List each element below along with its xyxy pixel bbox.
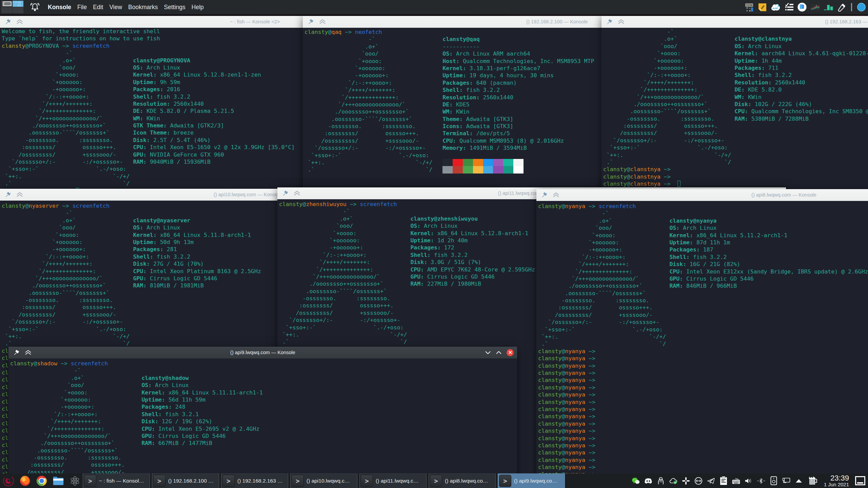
screenfetch-line: `+sso+:-` `.-/+oso: (603, 144, 868, 151)
hoody-user-icon[interactable] (657, 477, 665, 485)
task-button-2[interactable]: >() 192.168.2.100 … (152, 473, 219, 488)
more-down-icon[interactable] (485, 351, 491, 354)
caret-up-icon[interactable] (795, 477, 803, 485)
clipboard-icon[interactable] (719, 477, 728, 485)
virtual-desktop-pager[interactable] (1, 1, 24, 14)
screenfetch-line: -` (603, 28, 868, 35)
konsole-app-icon: > (430, 475, 442, 487)
shell-prompt: clansty@nyanya ~> (538, 449, 868, 456)
terminal-viewport[interactable]: clansty@nyanya ~> screenfetch -` .o+` cl… (536, 201, 868, 481)
pager-desktop-2[interactable] (13, 1, 23, 7)
roll-up-icon[interactable] (16, 19, 23, 24)
pin-window-icon[interactable] (5, 191, 11, 198)
aria2-cloud-icon[interactable]: Aria2 (771, 3, 780, 12)
shell-prompt: clansty@nyanya ~> (538, 362, 868, 369)
screenfetch-line: :osssssss/ osssso+++. (538, 304, 868, 311)
bar-meter-icon[interactable] (824, 3, 833, 12)
window-titlebar[interactable]: () 192.168.2.163 — Konsole (601, 16, 868, 28)
task-button-4[interactable]: >() api10.lwqwq.c… (290, 473, 357, 488)
window-title: () 192.168.2.163 — Konsole (601, 19, 868, 24)
file-manager-icon[interactable] (53, 475, 64, 487)
screenfetch-line: -+oooooo+: Packages: 187 (538, 246, 868, 253)
shell-prompt: clansty@clanstnya ~> (603, 173, 868, 180)
discord-icon[interactable] (644, 477, 652, 485)
screenfetch-line: /ossssssss/ +ssssooo/- (603, 129, 868, 137)
menu-help[interactable]: Help (189, 0, 207, 14)
maximize-icon[interactable] (496, 351, 502, 354)
task-list-icon[interactable] (784, 3, 793, 12)
close-button[interactable] (507, 349, 514, 356)
app-menu-swirl-icon[interactable] (3, 475, 14, 487)
roll-up-icon[interactable] (319, 19, 326, 24)
sticky-note-icon[interactable] (758, 3, 767, 12)
task-button-3[interactable]: >() 192.168.2.163 … (221, 473, 288, 488)
calculator-icon[interactable]: 0+−÷× (745, 3, 754, 12)
roll-up-icon[interactable] (294, 190, 300, 196)
roll-up-icon[interactable] (16, 192, 23, 197)
cloud-sync-icon[interactable] (669, 477, 677, 485)
screenfetch-line: ./ooosssso++osssssso+` RAM: 846MiB / 966… (538, 282, 868, 289)
task-button-1[interactable]: >~ : fish — Konsol… (83, 473, 150, 488)
telegram-icon[interactable] (707, 477, 715, 485)
pager-desktop-1[interactable] (1, 1, 12, 7)
pager-desktop-4[interactable] (13, 7, 23, 13)
terminal-viewport[interactable]: clansty@shadow ~> screenfetch -` .o+` cl… (8, 359, 517, 488)
shell-prompt: clansty@nyanya ~> (538, 355, 868, 362)
screenfetch-line: -+oooooo+: Packages: 248 (10, 403, 517, 410)
pin-window-icon[interactable] (282, 190, 288, 196)
screenfetch-line: .oossssso-````/ossssss+` (10, 447, 517, 454)
system-tray (632, 477, 803, 485)
blue-dot-icon[interactable] (857, 3, 866, 12)
task-button-6[interactable]: >() api8.lwqwq.co… (429, 473, 496, 488)
screenfetch-line: `/++++/+++++++: Disk: 16G / 21G (82%) (538, 261, 868, 268)
window-title: () api9.lwqwq.com — Konsole (8, 350, 517, 355)
svg-text:÷: ÷ (746, 9, 748, 12)
phone-gear-icon[interactable] (770, 477, 778, 485)
screenfetch-line: `/+++ooooooooooooo/` WM: KWin (603, 94, 868, 101)
menu-file[interactable]: File (74, 0, 90, 14)
pin-window-icon[interactable] (308, 19, 314, 25)
notifications-bell-icon[interactable] (30, 2, 40, 12)
atom-app-icon[interactable] (69, 475, 81, 487)
roll-up-icon[interactable] (25, 350, 32, 355)
chrome-icon[interactable] (36, 475, 47, 487)
slack-icon[interactable] (682, 477, 690, 485)
stock-sparkline-icon[interactable] (811, 3, 820, 12)
documents-app-icon[interactable] (797, 3, 807, 12)
roll-up-icon[interactable] (553, 192, 559, 198)
screenfetch-line: `/++++/+++++++: Resolution: 868x488 (603, 79, 868, 86)
menu-settings[interactable]: Settings (161, 0, 189, 14)
circle-resize-icon[interactable] (694, 477, 703, 485)
menu-konsole[interactable]: Konsole (45, 0, 74, 14)
task-button-5[interactable]: >() api11.lwqwq.c… (359, 473, 427, 488)
shell-prompt: clansty@clanstnya ~> (603, 180, 868, 187)
firefox-icon[interactable] (19, 475, 31, 487)
roll-up-icon[interactable] (618, 19, 625, 24)
bluetooth-icon[interactable] (757, 477, 765, 485)
pager-desktop-3[interactable] (1, 7, 12, 13)
window-titlebar[interactable]: () api9.lwqwq.com — Konsole (8, 347, 517, 359)
beer-mug-icon[interactable] (808, 475, 818, 486)
pin-window-icon[interactable] (541, 192, 547, 198)
screenfetch-line: `/++++/+++++++: Disk: 12G / 19G (62%) (10, 418, 517, 425)
taskbar-launchers (3, 475, 83, 487)
wechat-icon[interactable] (632, 477, 640, 485)
pin-window-icon[interactable] (13, 349, 19, 355)
clock-date: 1 Jun 2021 (824, 482, 849, 487)
task-button-7[interactable]: >() api9.lwqwq.co… (498, 473, 565, 488)
color-picker-icon[interactable] (837, 3, 846, 12)
show-desktop-button[interactable] (855, 476, 865, 485)
digital-clock[interactable]: 23:39 1 Jun 2021 (824, 474, 849, 487)
task-button-label: () api8.lwqwq.co… (445, 478, 488, 484)
volume-icon[interactable] (745, 477, 753, 485)
pin-window-icon[interactable] (606, 19, 612, 25)
menu-view[interactable]: View (106, 0, 125, 14)
shell-prompt: clansty@nyanya ~> (538, 399, 868, 406)
pin-window-icon[interactable] (5, 19, 11, 25)
window-titlebar[interactable]: () api8.lwqwq.com — Konsole (536, 189, 868, 201)
menu-edit[interactable]: Edit (90, 0, 106, 14)
screen-connect-icon[interactable] (782, 477, 790, 485)
menu-bookmarks[interactable]: Bookmarks (125, 0, 161, 14)
keyboard-icon[interactable] (732, 477, 740, 485)
screenfetch-line: `/++++++++++++++: CPU: Intel Xeon E5-269… (10, 425, 517, 432)
